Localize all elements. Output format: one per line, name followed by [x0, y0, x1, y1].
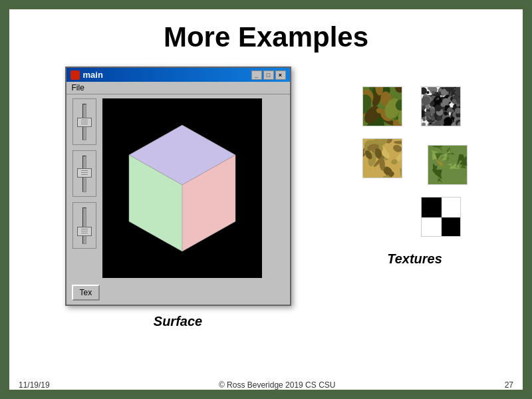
- slider-line: [81, 172, 88, 173]
- sliders-panel: [70, 98, 98, 278]
- textures-grid: [362, 86, 467, 237]
- win-menubar[interactable]: File: [66, 82, 290, 94]
- texture-canvas-4: [428, 146, 467, 185]
- minimize-button[interactable]: _: [251, 70, 262, 80]
- footer: 11/19/19 © Ross Beveridge 2019 CS CSU 27: [9, 380, 523, 390]
- win-title: main: [83, 70, 103, 80]
- win-dialog: main _ □ × File: [65, 66, 291, 306]
- maximize-button[interactable]: □: [263, 70, 274, 80]
- slide: More Examples main _ □ × File: [9, 9, 523, 390]
- cube-svg: [116, 108, 249, 268]
- footer-page: 27: [505, 380, 513, 390]
- textures-section: Textures: [362, 66, 467, 267]
- textures-label: Textures: [362, 251, 467, 267]
- slider-lines-2: [81, 170, 88, 175]
- slider-line: [81, 174, 88, 175]
- slider-1[interactable]: [72, 98, 96, 145]
- slide-title: More Examples: [9, 9, 523, 60]
- slider-lines-3: [81, 229, 88, 233]
- slider-line: [81, 231, 88, 231]
- surface-label: Surface: [154, 314, 202, 329]
- render-canvas: [102, 98, 262, 278]
- footer-copyright: © Ross Beveridge 2019 CS CSU: [219, 380, 336, 390]
- tex-button[interactable]: Tex: [72, 285, 100, 301]
- slider-line: [81, 170, 88, 171]
- texture-canvas-5: [422, 198, 461, 237]
- slider-line: [81, 120, 88, 120]
- slider-line: [81, 124, 88, 124]
- slider-thumb-3[interactable]: [77, 227, 92, 236]
- slider-lines-1: [81, 120, 88, 124]
- win-body: [66, 94, 290, 282]
- texture-green-terrain: [428, 145, 467, 185]
- slider-3[interactable]: [72, 202, 96, 249]
- win-controls[interactable]: _ □ ×: [251, 70, 286, 80]
- texture-canvas-1: [363, 87, 402, 126]
- texture-noise-bw: [421, 86, 461, 126]
- file-menu[interactable]: File: [72, 83, 84, 92]
- texture-checkerboard: [421, 197, 461, 237]
- footer-date: 11/19/19: [19, 380, 50, 390]
- win-app-icon: [70, 70, 80, 80]
- texture-canvas-2: [422, 87, 461, 126]
- slider-line: [81, 229, 88, 229]
- win-titlebar: main _ □ ×: [66, 68, 290, 82]
- texture-sandy-camo: [362, 138, 402, 178]
- titlebar-left: main: [70, 70, 103, 80]
- slider-line: [81, 122, 88, 122]
- slide-content: main _ □ × File: [9, 60, 523, 336]
- texture-camo-green: [362, 86, 402, 126]
- slider-track-1: [82, 104, 86, 140]
- slider-thumb-1[interactable]: [77, 118, 92, 127]
- slider-thumb-2[interactable]: [77, 168, 92, 178]
- win-bottom: Tex: [66, 282, 290, 305]
- slider-2[interactable]: [72, 150, 96, 197]
- left-section: main _ □ × File: [65, 66, 291, 329]
- slider-track-3: [82, 207, 86, 244]
- slider-line: [81, 233, 88, 233]
- close-button[interactable]: ×: [275, 70, 286, 80]
- slider-track-2: [82, 156, 86, 192]
- texture-canvas-3: [363, 139, 402, 178]
